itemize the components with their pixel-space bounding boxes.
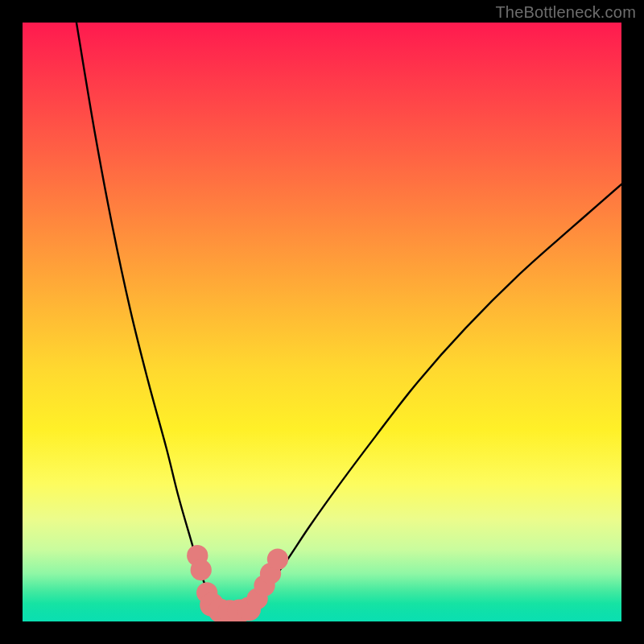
curve-layer [23, 23, 621, 621]
plot-area [23, 23, 621, 621]
chart-frame: TheBottleneck.com [0, 0, 644, 644]
marker-point [191, 559, 212, 580]
bottleneck-curve [76, 23, 621, 613]
attribution-text: TheBottleneck.com [495, 3, 636, 22]
highlighted-points [187, 545, 288, 621]
marker-point [267, 548, 288, 569]
